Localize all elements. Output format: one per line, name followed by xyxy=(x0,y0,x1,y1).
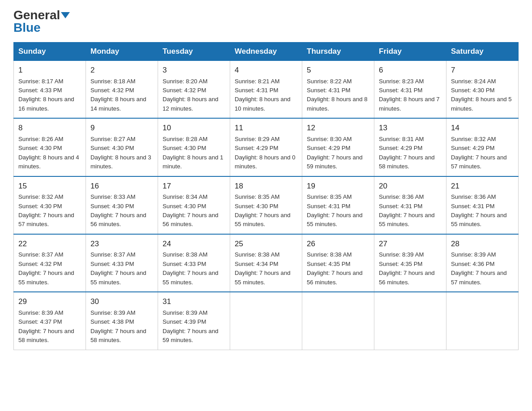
day-cell-7: 7 Sunrise: 8:24 AMSunset: 4:30 PMDayligh… xyxy=(446,61,519,119)
day-cell-19: 19 Sunrise: 8:35 AMSunset: 4:31 PMDaylig… xyxy=(302,176,374,234)
week-row-2: 8 Sunrise: 8:26 AMSunset: 4:30 PMDayligh… xyxy=(14,118,519,176)
day-info: Sunrise: 8:29 AMSunset: 4:29 PMDaylight:… xyxy=(235,136,296,170)
day-number: 1 xyxy=(18,64,81,76)
day-cell-16: 16 Sunrise: 8:33 AMSunset: 4:30 PMDaylig… xyxy=(86,176,158,234)
day-number: 22 xyxy=(18,238,81,250)
day-cell-29: 29 Sunrise: 8:39 AMSunset: 4:37 PMDaylig… xyxy=(14,292,86,350)
weekday-header-saturday: Saturday xyxy=(446,43,519,61)
day-cell-31: 31 Sunrise: 8:39 AMSunset: 4:39 PMDaylig… xyxy=(158,292,230,350)
day-cell-21: 21 Sunrise: 8:36 AMSunset: 4:31 PMDaylig… xyxy=(446,176,519,234)
day-cell-23: 23 Sunrise: 8:37 AMSunset: 4:33 PMDaylig… xyxy=(86,234,158,292)
day-cell-8: 8 Sunrise: 8:26 AMSunset: 4:30 PMDayligh… xyxy=(14,118,86,176)
day-number: 12 xyxy=(307,122,369,134)
week-row-4: 22 Sunrise: 8:37 AMSunset: 4:32 PMDaylig… xyxy=(14,234,519,292)
day-info: Sunrise: 8:22 AMSunset: 4:31 PMDaylight:… xyxy=(307,78,368,112)
day-number: 17 xyxy=(163,180,225,192)
day-number: 27 xyxy=(379,238,442,250)
day-info: Sunrise: 8:36 AMSunset: 4:31 PMDaylight:… xyxy=(379,193,435,227)
day-number: 29 xyxy=(18,296,81,308)
day-info: Sunrise: 8:38 AMSunset: 4:34 PMDaylight:… xyxy=(235,251,291,285)
day-info: Sunrise: 8:39 AMSunset: 4:38 PMDaylight:… xyxy=(90,309,146,343)
day-number: 24 xyxy=(163,238,225,250)
day-info: Sunrise: 8:23 AMSunset: 4:31 PMDaylight:… xyxy=(379,78,440,112)
weekday-header-wednesday: Wednesday xyxy=(230,43,302,61)
day-info: Sunrise: 8:28 AMSunset: 4:30 PMDaylight:… xyxy=(163,136,223,170)
logo-triangle-icon xyxy=(61,12,70,18)
weekday-header-friday: Friday xyxy=(374,43,446,61)
day-cell-25: 25 Sunrise: 8:38 AMSunset: 4:34 PMDaylig… xyxy=(230,234,302,292)
week-row-1: 1 Sunrise: 8:17 AMSunset: 4:33 PMDayligh… xyxy=(14,61,519,119)
day-cell-13: 13 Sunrise: 8:31 AMSunset: 4:29 PMDaylig… xyxy=(374,118,446,176)
day-number: 15 xyxy=(18,180,81,192)
weekday-header-tuesday: Tuesday xyxy=(158,43,230,61)
empty-cell xyxy=(374,292,446,350)
day-cell-4: 4 Sunrise: 8:21 AMSunset: 4:31 PMDayligh… xyxy=(230,61,302,119)
day-cell-24: 24 Sunrise: 8:38 AMSunset: 4:33 PMDaylig… xyxy=(158,234,230,292)
day-number: 2 xyxy=(90,64,153,76)
calendar-table: SundayMondayTuesdayWednesdayThursdayFrid… xyxy=(13,42,519,350)
weekday-header-monday: Monday xyxy=(86,43,158,61)
day-cell-20: 20 Sunrise: 8:36 AMSunset: 4:31 PMDaylig… xyxy=(374,176,446,234)
logo-general-text: General xyxy=(13,9,60,21)
empty-cell xyxy=(230,292,302,350)
day-cell-26: 26 Sunrise: 8:38 AMSunset: 4:35 PMDaylig… xyxy=(302,234,374,292)
day-number: 14 xyxy=(451,122,514,134)
day-info: Sunrise: 8:35 AMSunset: 4:31 PMDaylight:… xyxy=(307,193,363,227)
day-info: Sunrise: 8:26 AMSunset: 4:30 PMDaylight:… xyxy=(18,136,79,170)
day-number: 16 xyxy=(90,180,153,192)
day-number: 18 xyxy=(235,180,297,192)
day-info: Sunrise: 8:18 AMSunset: 4:32 PMDaylight:… xyxy=(90,78,146,112)
logo: General Blue xyxy=(13,9,70,34)
day-number: 7 xyxy=(451,64,514,76)
day-cell-2: 2 Sunrise: 8:18 AMSunset: 4:32 PMDayligh… xyxy=(86,61,158,119)
weekday-header-row: SundayMondayTuesdayWednesdayThursdayFrid… xyxy=(14,43,519,61)
day-info: Sunrise: 8:35 AMSunset: 4:30 PMDaylight:… xyxy=(235,193,291,227)
day-number: 23 xyxy=(90,238,153,250)
day-info: Sunrise: 8:39 AMSunset: 4:37 PMDaylight:… xyxy=(18,309,74,343)
day-cell-10: 10 Sunrise: 8:28 AMSunset: 4:30 PMDaylig… xyxy=(158,118,230,176)
page-header: General Blue xyxy=(13,9,519,34)
day-number: 3 xyxy=(163,64,225,76)
day-info: Sunrise: 8:33 AMSunset: 4:30 PMDaylight:… xyxy=(90,193,146,227)
logo-blue-text: Blue xyxy=(13,21,41,34)
day-cell-12: 12 Sunrise: 8:30 AMSunset: 4:29 PMDaylig… xyxy=(302,118,374,176)
day-info: Sunrise: 8:17 AMSunset: 4:33 PMDaylight:… xyxy=(18,78,74,112)
day-info: Sunrise: 8:39 AMSunset: 4:36 PMDaylight:… xyxy=(451,251,507,285)
day-info: Sunrise: 8:30 AMSunset: 4:29 PMDaylight:… xyxy=(307,136,363,170)
day-number: 25 xyxy=(235,238,297,250)
weekday-header-thursday: Thursday xyxy=(302,43,374,61)
day-info: Sunrise: 8:39 AMSunset: 4:39 PMDaylight:… xyxy=(163,309,219,343)
day-number: 8 xyxy=(18,122,81,134)
day-cell-22: 22 Sunrise: 8:37 AMSunset: 4:32 PMDaylig… xyxy=(14,234,86,292)
week-row-5: 29 Sunrise: 8:39 AMSunset: 4:37 PMDaylig… xyxy=(14,292,519,350)
day-info: Sunrise: 8:32 AMSunset: 4:30 PMDaylight:… xyxy=(18,193,74,227)
day-info: Sunrise: 8:37 AMSunset: 4:33 PMDaylight:… xyxy=(90,251,146,285)
day-number: 11 xyxy=(235,122,297,134)
day-number: 20 xyxy=(379,180,442,192)
day-number: 21 xyxy=(451,180,514,192)
day-info: Sunrise: 8:27 AMSunset: 4:30 PMDaylight:… xyxy=(90,136,151,170)
day-info: Sunrise: 8:32 AMSunset: 4:29 PMDaylight:… xyxy=(451,136,507,170)
day-info: Sunrise: 8:20 AMSunset: 4:32 PMDaylight:… xyxy=(163,78,219,112)
day-info: Sunrise: 8:21 AMSunset: 4:31 PMDaylight:… xyxy=(235,78,291,112)
day-number: 19 xyxy=(307,180,369,192)
day-number: 5 xyxy=(307,64,369,76)
day-cell-5: 5 Sunrise: 8:22 AMSunset: 4:31 PMDayligh… xyxy=(302,61,374,119)
day-cell-18: 18 Sunrise: 8:35 AMSunset: 4:30 PMDaylig… xyxy=(230,176,302,234)
day-info: Sunrise: 8:31 AMSunset: 4:29 PMDaylight:… xyxy=(379,136,435,170)
day-info: Sunrise: 8:38 AMSunset: 4:33 PMDaylight:… xyxy=(163,251,219,285)
day-number: 28 xyxy=(451,238,514,250)
day-cell-11: 11 Sunrise: 8:29 AMSunset: 4:29 PMDaylig… xyxy=(230,118,302,176)
empty-cell xyxy=(446,292,519,350)
day-info: Sunrise: 8:34 AMSunset: 4:30 PMDaylight:… xyxy=(163,193,219,227)
day-number: 30 xyxy=(90,296,153,308)
empty-cell xyxy=(302,292,374,350)
day-number: 31 xyxy=(163,296,225,308)
day-cell-17: 17 Sunrise: 8:34 AMSunset: 4:30 PMDaylig… xyxy=(158,176,230,234)
day-cell-6: 6 Sunrise: 8:23 AMSunset: 4:31 PMDayligh… xyxy=(374,61,446,119)
day-cell-15: 15 Sunrise: 8:32 AMSunset: 4:30 PMDaylig… xyxy=(14,176,86,234)
week-row-3: 15 Sunrise: 8:32 AMSunset: 4:30 PMDaylig… xyxy=(14,176,519,234)
day-info: Sunrise: 8:36 AMSunset: 4:31 PMDaylight:… xyxy=(451,193,507,227)
day-cell-9: 9 Sunrise: 8:27 AMSunset: 4:30 PMDayligh… xyxy=(86,118,158,176)
day-cell-27: 27 Sunrise: 8:39 AMSunset: 4:35 PMDaylig… xyxy=(374,234,446,292)
